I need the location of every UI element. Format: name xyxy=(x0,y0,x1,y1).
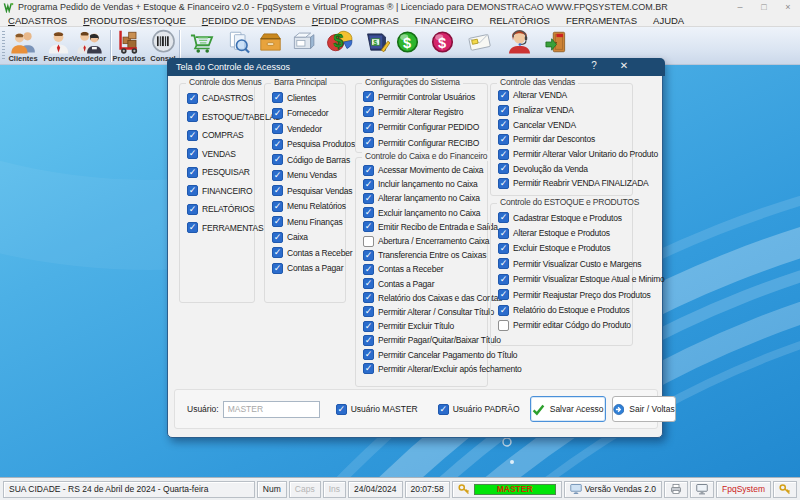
checkbox-relatorio-dos-caixas-e-das-contas[interactable]: Relatório dos Caixas e das Contas xyxy=(363,291,487,305)
checkbox-box xyxy=(498,90,509,101)
checkbox-menu-relatorios[interactable]: Menu Relatórios xyxy=(272,199,345,215)
checkbox-usuario-master[interactable]: Usuário MASTER xyxy=(336,404,418,415)
checkbox-acessar-movimento-de-caixa[interactable]: Acessar Movimento de Caixa xyxy=(363,163,487,177)
menu-ferramentas[interactable]: FERRAMENTAS xyxy=(558,15,645,26)
checkbox-menu-vendas[interactable]: Menu Vendas xyxy=(272,168,345,184)
checkbox-emitir-recibo-de-entrada-e-saida[interactable]: Emitir Recibo de Entrada e Saída xyxy=(363,220,487,234)
checkbox-relatorios[interactable]: RELATÓRIOS xyxy=(187,200,254,219)
checkbox-box xyxy=(363,306,374,317)
checkbox-permitir-reabrir-venda-finalizada[interactable]: Permitir Reabrir VENDA FINALIZADA xyxy=(498,176,632,191)
checkbox-compras[interactable]: COMPRAS xyxy=(187,126,254,145)
checkbox-cadastrar-estoque-e-produtos[interactable]: Cadastrar Estoque e Produtos xyxy=(498,210,632,225)
checkbox-permitir-dar-descontos[interactable]: Permitir dar Descontos xyxy=(498,132,632,147)
checkbox-box xyxy=(272,108,283,119)
toolbar-fornecedor-button[interactable]: Fornece xyxy=(41,29,75,64)
status-monitor[interactable] xyxy=(690,481,714,498)
menu-produtos-estoque[interactable]: PRODUTOS/ESTOQUE xyxy=(75,15,194,26)
checkbox-incluir-lancamento-no-caixa[interactable]: Incluir lançamento no Caixa xyxy=(363,177,487,191)
checkbox-permitir-configurar-pedido[interactable]: Permitir Configurar PEDIDO xyxy=(363,120,487,135)
checkbox-devolucao-da-venda[interactable]: Devolução da Venda xyxy=(498,161,632,176)
save-access-button[interactable]: Salvar Acesso xyxy=(530,396,606,422)
checkbox-permitir-alterar-excluir-apos-fechamento[interactable]: Permitir Alterar/Excluir após fechamento xyxy=(363,362,487,376)
user-input[interactable] xyxy=(223,401,320,418)
svg-text:$: $ xyxy=(438,35,446,51)
menu-ajuda[interactable]: AJUDA xyxy=(645,15,692,26)
checkbox-excluir-lancamento-no-caixa[interactable]: Excluir lançamento no Caixa xyxy=(363,206,487,220)
close-button[interactable]: × xyxy=(776,0,800,14)
minimize-button[interactable]: – xyxy=(728,0,752,14)
checkbox-codigo-de-barras[interactable]: Código de Barras xyxy=(272,152,345,168)
checkbox-box xyxy=(363,179,374,190)
checkbox-box xyxy=(363,193,374,204)
checkbox-label: Usuário PADRÃO xyxy=(453,404,520,414)
checkbox-pesquisar-vendas[interactable]: Pesquisar Vendas xyxy=(272,183,345,199)
checkbox-ferramentas[interactable]: FERRAMENTAS xyxy=(187,219,254,238)
checkbox-label: Permitir Excluir Título xyxy=(378,321,454,331)
checkbox-permitir-reajustar-preco-dos-produtos[interactable]: Permitir Reajustar Preço dos Produtos xyxy=(498,287,632,302)
checkbox-fornecedor[interactable]: Fornecedor xyxy=(272,106,345,122)
arrow-circle-icon xyxy=(613,403,625,416)
toolbar-produtos-button[interactable]: Produtos xyxy=(112,29,146,64)
dialog-close-icon[interactable]: ✕ xyxy=(617,60,631,71)
checkbox-label: Permitir Configurar RECIBO xyxy=(378,138,479,148)
checkbox-menu-financas[interactable]: Menu Finanças xyxy=(272,214,345,230)
toolbar-clientes-button[interactable]: Clientes xyxy=(6,29,40,64)
maximize-button[interactable]: □ xyxy=(752,0,776,14)
checkbox-box xyxy=(498,134,509,145)
checkbox-relatorio-do-estoque-e-produtos[interactable]: Relatório do Estoque e Produtos xyxy=(498,302,632,317)
checkbox-box xyxy=(363,335,374,346)
checkbox-permitir-pagar-quitar-baixar-titulo[interactable]: Permitir Pagar/Quitar/Baixar Título xyxy=(363,333,487,347)
checkbox-pesquisar[interactable]: PESQUISAR xyxy=(187,163,254,182)
checkbox-permitir-excluir-titulo[interactable]: Permitir Excluir Título xyxy=(363,319,487,333)
checkbox-pesquisa-produtos[interactable]: Pesquisa Produtos xyxy=(272,137,345,153)
checkbox-permitir-cancelar-pagamento-do-titulo[interactable]: Permitir Cancelar Pagamento do Título xyxy=(363,347,487,361)
exit-button[interactable]: Sair / Voltas xyxy=(612,396,676,422)
status-printer[interactable] xyxy=(664,481,688,498)
menu-relatorios[interactable]: RELATÓRIOS xyxy=(481,15,558,26)
checkbox-usuario-padrao[interactable]: Usuário PADRÃO xyxy=(438,404,520,415)
checkbox-permitir-editar-codgo-do-produto[interactable]: Permitir editar Códgo do Produto xyxy=(498,318,632,333)
checkbox-alterar-lancamento-no-caixa[interactable]: Alterar lançamento no Caixa xyxy=(363,191,487,205)
menu-pedido-de-vendas[interactable]: PEDIDO DE VENDAS xyxy=(194,15,304,26)
checkbox-alterar-estoque-e-produtos[interactable]: Alterar Estoque e Produtos xyxy=(498,225,632,240)
checkbox-box xyxy=(498,163,509,174)
checkbox-permitir-alterar-valor-unitario-do-produto[interactable]: Permitir Alterar Valor Unitario do Produ… xyxy=(498,147,632,162)
status-num: Num xyxy=(257,481,287,498)
checkbox-alterar-venda[interactable]: Alterar VENDA xyxy=(498,88,632,103)
checkbox-permitir-configurar-recibo[interactable]: Permitir Configurar RECIBO xyxy=(363,135,487,150)
checkbox-box xyxy=(498,274,509,285)
checkbox-clientes[interactable]: Clientes xyxy=(272,90,345,106)
checkbox-estoque-tabelas[interactable]: ESTOQUE/TABELAS xyxy=(187,108,254,127)
checkbox-box xyxy=(363,207,374,218)
checkbox-finalizar-venda[interactable]: Finalizar VENDA xyxy=(498,103,632,118)
key-icon xyxy=(458,483,470,495)
checkbox-vendedor[interactable]: Vendedor xyxy=(272,121,345,137)
save-access-label: Salvar Acesso xyxy=(550,404,604,414)
checkbox-permitir-visualizar-estoque-atual-e-minimo[interactable]: Permitir Visualizar Estoque Atual e Mini… xyxy=(498,272,632,287)
toolbar-vendedor-button[interactable]: Vendedor xyxy=(72,29,106,64)
checkbox-vendas[interactable]: VENDAS xyxy=(187,145,254,164)
checkbox-transferencia-entre-os-caixas[interactable]: Transferencia Entre os Caixas xyxy=(363,248,487,262)
file-drawer-icon xyxy=(257,29,284,55)
checkbox-permitir-controlar-usuarios[interactable]: Permitir Controlar Usuários xyxy=(363,89,487,104)
checkbox-contas-a-pagar[interactable]: Contas a Pagar xyxy=(272,261,345,277)
menu-cadastros[interactable]: CADASTROS xyxy=(0,15,75,26)
status-key xyxy=(773,481,797,498)
checkbox-contas-a-receber[interactable]: Contas a Receber xyxy=(363,262,487,276)
checkbox-permitir-visualizar-custo-e-margens[interactable]: Permitir Visualizar Custo e Margens xyxy=(498,256,632,271)
checkbox-excluir-estoque-e-produtos[interactable]: Excluir Estoque e Produtos xyxy=(498,241,632,256)
checkbox-permitir-alterar-consultar-titulo[interactable]: Permitir Alterar / Consultar Título xyxy=(363,305,487,319)
dialog-help-icon[interactable]: ? xyxy=(587,60,601,71)
checkbox-label: Contas a Pagar xyxy=(378,279,434,289)
checkbox-cadastros[interactable]: CADASTROS xyxy=(187,89,254,108)
dialog-titlebar[interactable]: Tela do Controle de Acessos ? ✕ xyxy=(167,58,665,76)
menu-pedido-compras[interactable]: PEDIDO COMPRAS xyxy=(304,15,407,26)
checkbox-abertura-encerramento-caixa[interactable]: Abertura / Encerramento Caixa xyxy=(363,234,487,248)
checkbox-financeiro[interactable]: FINANCEIRO xyxy=(187,182,254,201)
menu-financeiro[interactable]: FINANCEIRO xyxy=(407,15,482,26)
checkbox-permitir-alterar-registro[interactable]: Permitir Alterar Registro xyxy=(363,104,487,119)
checkbox-contas-a-pagar[interactable]: Contas a Pagar xyxy=(363,277,487,291)
checkbox-caixa[interactable]: Caixa xyxy=(272,230,345,246)
checkbox-cancelar-venda[interactable]: Cancelar VENDA xyxy=(498,117,632,132)
checkbox-contas-a-receber[interactable]: Contas a Receber xyxy=(272,245,345,261)
